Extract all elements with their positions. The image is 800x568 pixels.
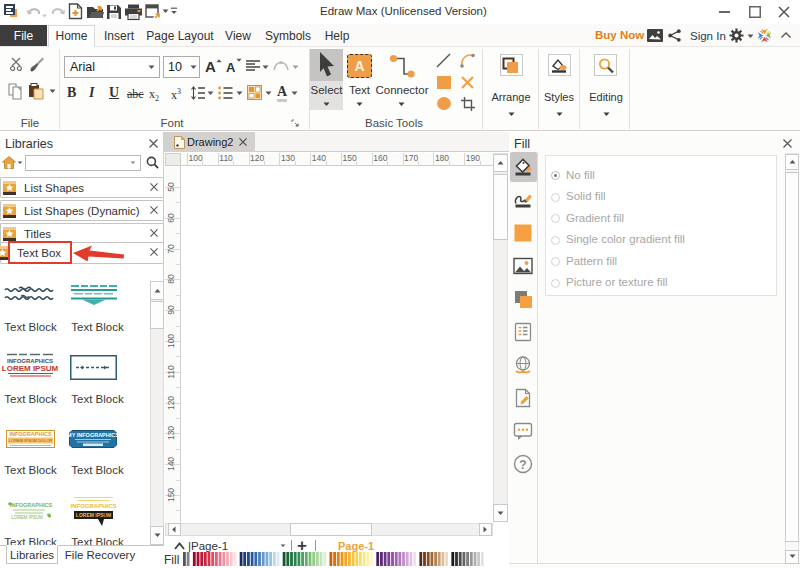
svg-text:LOREM IPSUM: LOREM IPSUM [2,364,59,373]
svg-text:MY INFOGRAPHICS: MY INFOGRAPHICS [67,432,119,438]
svg-text:LOREM IPSUM: LOREM IPSUM [76,512,111,518]
svg-text:INFOGRAPHICS: INFOGRAPHICS [9,431,52,437]
svg-text:INFOGRAPHICS: INFOGRAPHICS [10,502,53,508]
svg-text:LOREM IPSUM: LOREM IPSUM [11,515,43,520]
svg-text:LOREM IPSUM DOLOR: LOREM IPSUM DOLOR [9,438,52,443]
svg-text:?: ? [519,458,526,472]
svg-text:INFOGRAPHICS: INFOGRAPHICS [70,503,116,509]
